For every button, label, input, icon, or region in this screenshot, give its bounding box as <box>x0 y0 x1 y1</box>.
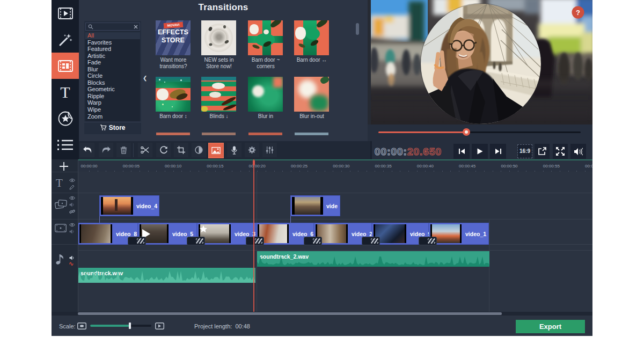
svg-text:?: ? <box>576 9 580 17</box>
